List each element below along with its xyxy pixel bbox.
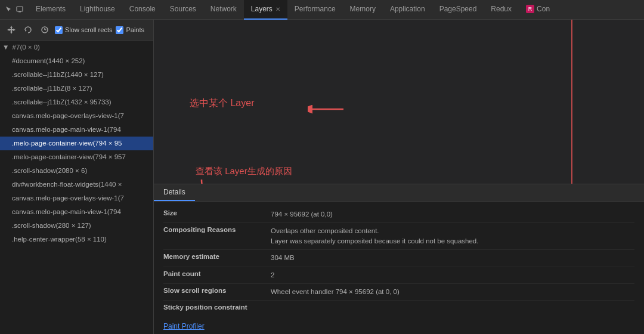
device-icon[interactable]	[16, 5, 24, 14]
svg-rect-1	[18, 11, 21, 13]
layer-item-shadow2[interactable]: .scroll-shadow(280 × 127)	[0, 219, 153, 233]
details-row-memory: Memory estimate 304 MB	[163, 250, 634, 267]
layers-toolbar: Slow scroll rects Paints	[0, 20, 153, 41]
layer-item-container[interactable]: .melo-page-container-view(794 × 95	[0, 137, 153, 150]
slow-scroll-checkbox[interactable]: Slow scroll rects	[55, 26, 112, 34]
tab-memory[interactable]: Memory	[343, 0, 383, 20]
tab-pagespeed[interactable]: PageSpeed	[432, 0, 484, 20]
tab-network[interactable]: Network	[203, 0, 244, 20]
inspect-icon[interactable]	[5, 5, 13, 14]
layer-item-root[interactable]: ▼ #7(0 × 0)	[0, 41, 153, 54]
paints-checkbox[interactable]: Paints	[116, 26, 144, 34]
canvas-area[interactable]: 选中某个 Layer	[154, 20, 644, 184]
tab-performance[interactable]: Performance	[287, 0, 343, 20]
rotate-tool-button[interactable]	[21, 23, 35, 36]
pan-tool-button[interactable]	[5, 23, 18, 36]
layer-item-cv1[interactable]: canvas.melo-page-overlays-view-1(7	[0, 109, 153, 123]
tab-redux[interactable]: Redux	[484, 0, 519, 20]
tab-bar: Elements Lighthouse Console Sources Netw…	[0, 0, 644, 20]
details-row-sticky: Sticky position constraint	[163, 301, 634, 314]
arrow-to-details	[196, 180, 243, 184]
layer-item-help[interactable]: .help-center-wrapper(58 × 110)	[0, 233, 153, 246]
arrow-to-selected-layer	[308, 103, 343, 115]
layer-tree-panel: Slow scroll rects Paints ▼ #7(0 × 0) #do…	[0, 20, 154, 334]
layer-item-cv3[interactable]: canvas.melo-page-overlays-view-1(7	[0, 191, 153, 205]
tab-elements[interactable]: Elements	[29, 0, 73, 20]
tab-layers[interactable]: Layers ✕	[244, 0, 287, 20]
tab-bar-icons	[0, 5, 29, 14]
layer-item-mp1[interactable]: .melo-page-container-view(794 × 957	[0, 150, 153, 164]
paint-profiler-link[interactable]: Paint Profiler	[154, 318, 644, 334]
details-tab[interactable]: Details	[154, 184, 195, 201]
details-panel: Details Size 794 × 95692 (at 0,0) Compos…	[154, 184, 644, 335]
svg-rect-0	[17, 7, 23, 11]
annotation-select-layer: 选中某个 Layer	[190, 97, 254, 110]
details-row-size: Size 794 × 95692 (at 0,0)	[163, 206, 634, 223]
tab-sources[interactable]: Sources	[163, 0, 203, 20]
layer-arrow: ▼	[2, 44, 9, 51]
right-panel: 选中某个 Layer	[154, 20, 644, 334]
layer-item-cv2[interactable]: canvas.melo-page-main-view-1(794	[0, 123, 153, 137]
tab-layers-close[interactable]: ✕	[275, 6, 280, 13]
details-row-slow-scroll: Slow scroll regions Wheel event handler …	[163, 284, 634, 301]
layer-item-scr1[interactable]: .scrollable--j11bZ(1440 × 127)	[0, 68, 153, 82]
annotation-view-reason: 查看该 Layer生成的原因	[196, 166, 292, 184]
con-icon: R	[526, 5, 534, 13]
canvas-red-line	[571, 20, 572, 184]
tab-application[interactable]: Application	[383, 0, 432, 20]
main-layout: Slow scroll rects Paints ▼ #7(0 × 0) #do…	[0, 20, 644, 334]
layer-item-scr3[interactable]: .scrollable--j11bZ(1432 × 95733)	[0, 95, 153, 109]
layer-item-float[interactable]: div#workbench-float-widgets(1440 ×	[0, 178, 153, 191]
tab-con[interactable]: R Con	[519, 0, 557, 20]
layer-item-scr2[interactable]: .scrollable--j11bZ(8 × 127)	[0, 82, 153, 95]
details-row-paint-count: Paint count 2	[163, 267, 634, 284]
layer-item-document[interactable]: #document(1440 × 252)	[0, 54, 153, 68]
details-table: Size 794 × 95692 (at 0,0) Compositing Re…	[154, 202, 644, 319]
tab-lighthouse[interactable]: Lighthouse	[73, 0, 122, 20]
layer-list: ▼ #7(0 × 0) #document(1440 × 252) .scrol…	[0, 41, 153, 334]
details-tab-bar: Details	[154, 184, 644, 202]
tab-console[interactable]: Console	[122, 0, 163, 20]
details-row-compositing: Compositing Reasons Overlaps other compo…	[163, 223, 634, 250]
reset-tool-button[interactable]	[38, 23, 51, 36]
layer-item-cv4[interactable]: canvas.melo-page-main-view-1(794	[0, 205, 153, 219]
layer-item-shadow1[interactable]: .scroll-shadow(2080 × 6)	[0, 164, 153, 178]
